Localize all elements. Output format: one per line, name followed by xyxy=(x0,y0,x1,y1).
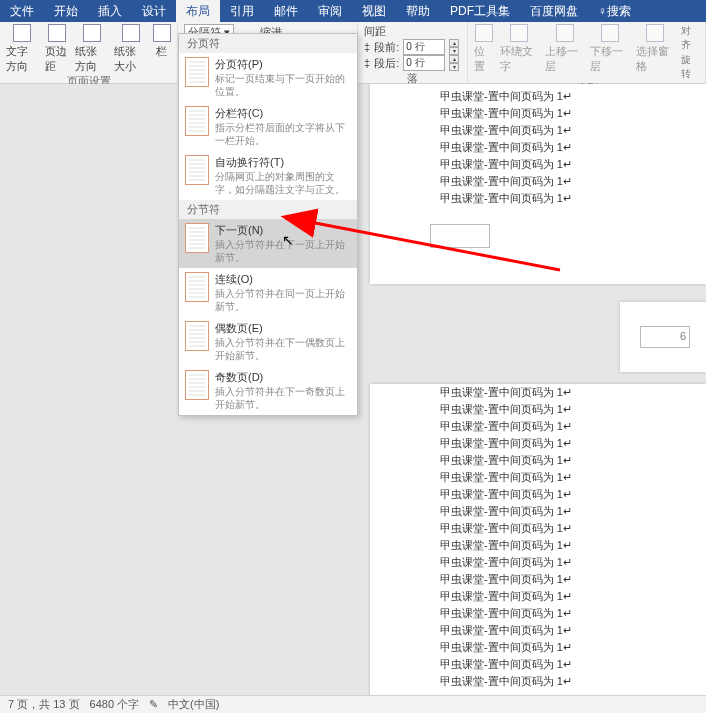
text-line: 甲虫课堂-置中间页码为 1↵ xyxy=(370,571,706,588)
even-page-break-item[interactable]: 偶数页(E)插入分节符并在下一偶数页上开始新节。 xyxy=(179,317,357,366)
text-line: 甲虫课堂-置中间页码为 1↵ xyxy=(370,452,706,469)
text-line: 甲虫课堂-置中间页码为 1↵ xyxy=(370,156,706,173)
margins-icon xyxy=(48,24,66,42)
orientation-button[interactable]: 纸张方向 xyxy=(75,24,108,74)
wrap-text-button: 环绕文字 xyxy=(500,24,539,81)
tab-insert[interactable]: 插入 xyxy=(88,0,132,22)
breaks-dropdown: 分页符 分页符(P)标记一页结束与下一页开始的位置。 分栏符(C)指示分栏符后面… xyxy=(178,33,358,416)
text-wrap-break-item[interactable]: 自动换行符(T)分隔网页上的对象周围的文字，如分隔题注文字与正文。 xyxy=(179,151,357,200)
selection-pane-icon xyxy=(646,24,664,42)
spellcheck-icon[interactable]: ✎ xyxy=(149,698,158,711)
tab-home[interactable]: 开始 xyxy=(44,0,88,22)
next-page-break-item[interactable]: 下一页(N)插入分节符并在下一页上开始新节。 xyxy=(179,219,357,268)
columns-button[interactable]: 栏 xyxy=(153,24,171,74)
odd-page-break-item[interactable]: 奇数页(D)插入分节符并在下一奇数页上开始新节。 xyxy=(179,366,357,415)
text-line: 甲虫课堂-置中间页码为 1↵ xyxy=(370,656,706,673)
text-line: 甲虫课堂-置中间页码为 1↵ xyxy=(370,122,706,139)
orientation-icon xyxy=(83,24,101,42)
document-page: 甲虫课堂-置中间页码为 1↵甲虫课堂-置中间页码为 1↵甲虫课堂-置中间页码为 … xyxy=(370,84,706,284)
text-line: 甲虫课堂-置中间页码为 1↵ xyxy=(370,503,706,520)
column-break-icon xyxy=(185,106,209,136)
tab-pdf[interactable]: PDF工具集 xyxy=(440,0,520,22)
text-line: 甲虫课堂-置中间页码为 1↵ xyxy=(370,384,706,401)
text-direction-icon xyxy=(13,24,31,42)
text-line: 甲虫课堂-置中间页码为 1↵ xyxy=(370,139,706,156)
position-button: 位置 xyxy=(474,24,494,81)
text-line: 甲虫课堂-置中间页码为 1↵ xyxy=(370,435,706,452)
up-down-icon: ‡ xyxy=(364,41,370,53)
text-line: 甲虫课堂-置中间页码为 1↵ xyxy=(370,173,706,190)
even-page-icon xyxy=(185,321,209,351)
text-line: 甲虫课堂-置中间页码为 1↵ xyxy=(370,418,706,435)
page-break-icon xyxy=(185,57,209,87)
spacing-after-spinner[interactable]: ▴▾ xyxy=(449,55,459,71)
spacing-label: 间距 xyxy=(364,24,461,39)
send-backward-button: 下移一层 xyxy=(590,24,629,81)
continuous-break-item[interactable]: 连续(O)插入分节符并在同一页上开始新节。 xyxy=(179,268,357,317)
rotate-button: 旋转 xyxy=(681,53,699,81)
spacing-before-spinner[interactable]: ▴▾ xyxy=(449,39,459,55)
status-bar: 7 页，共 13 页 6480 个字 ✎ 中文(中国) xyxy=(0,695,706,713)
page-number: 6 xyxy=(680,330,686,342)
banner-shape xyxy=(430,224,490,248)
column-break-item[interactable]: 分栏符(C)指示分栏符后面的文字将从下一栏开始。 xyxy=(179,102,357,151)
size-button[interactable]: 纸张大小 xyxy=(114,24,147,74)
text-direction-button[interactable]: 文字方向 xyxy=(6,24,39,74)
backward-icon xyxy=(601,24,619,42)
size-icon xyxy=(122,24,140,42)
text-wrap-icon xyxy=(185,155,209,185)
dropdown-section-page-breaks: 分页符 xyxy=(179,34,357,53)
text-line: 甲虫课堂-置中间页码为 1↵ xyxy=(370,554,706,571)
tab-bar: 文件 开始 插入 设计 布局 引用 邮件 审阅 视图 帮助 PDF工具集 百度网… xyxy=(0,0,706,22)
bring-forward-button: 上移一层 xyxy=(545,24,584,81)
selection-pane-button[interactable]: 选择窗格 xyxy=(636,24,675,81)
text-line: 甲虫课堂-置中间页码为 1↵ xyxy=(370,401,706,418)
search-box[interactable]: ♀搜索 xyxy=(588,0,641,22)
align-button: 对齐 xyxy=(681,24,699,52)
text-line: 甲虫课堂-置中间页码为 1↵ xyxy=(370,88,706,105)
spacing-before-field[interactable]: 0 行 xyxy=(403,39,445,55)
mouse-cursor-icon: ↖ xyxy=(282,232,294,248)
text-line: 甲虫课堂-置中间页码为 1↵ xyxy=(370,520,706,537)
text-line: 甲虫课堂-置中间页码为 1↵ xyxy=(370,605,706,622)
forward-icon xyxy=(556,24,574,42)
text-line: 甲虫课堂-置中间页码为 1↵ xyxy=(370,537,706,554)
text-line: 甲虫课堂-置中间页码为 1↵ xyxy=(370,673,706,690)
tab-baidu[interactable]: 百度网盘 xyxy=(520,0,588,22)
tab-references[interactable]: 引用 xyxy=(220,0,264,22)
position-icon xyxy=(475,24,493,42)
up-down-icon: ‡ xyxy=(364,57,370,69)
tab-review[interactable]: 审阅 xyxy=(308,0,352,22)
dropdown-section-section-breaks: 分节符 xyxy=(179,200,357,219)
tab-file[interactable]: 文件 xyxy=(0,0,44,22)
text-line: 甲虫课堂-置中间页码为 1↵ xyxy=(370,105,706,122)
text-line: 甲虫课堂-置中间页码为 1↵ xyxy=(370,588,706,605)
text-line: 甲虫课堂-置中间页码为 1↵ xyxy=(370,622,706,639)
tab-layout[interactable]: 布局 xyxy=(176,0,220,22)
tab-design[interactable]: 设计 xyxy=(132,0,176,22)
page-indicator[interactable]: 7 页，共 13 页 xyxy=(8,697,80,712)
columns-icon xyxy=(153,24,171,42)
next-page-icon xyxy=(185,223,209,253)
text-line: 甲虫课堂-置中间页码为 1↵ xyxy=(370,469,706,486)
odd-page-icon xyxy=(185,370,209,400)
tab-view[interactable]: 视图 xyxy=(352,0,396,22)
wrap-icon xyxy=(510,24,528,42)
text-line: 甲虫课堂-置中间页码为 1↵ xyxy=(370,486,706,503)
tab-help[interactable]: 帮助 xyxy=(396,0,440,22)
document-page: 6 xyxy=(620,302,706,372)
word-count[interactable]: 6480 个字 xyxy=(90,697,140,712)
document-page: 甲虫课堂-置中间页码为 1↵甲虫课堂-置中间页码为 1↵甲虫课堂-置中间页码为 … xyxy=(370,384,706,695)
margins-button[interactable]: 页边距 xyxy=(45,24,70,74)
text-line: 甲虫课堂-置中间页码为 1↵ xyxy=(370,190,706,207)
language-indicator[interactable]: 中文(中国) xyxy=(168,697,219,712)
page-break-item[interactable]: 分页符(P)标记一页结束与下一页开始的位置。 xyxy=(179,53,357,102)
text-line: 甲虫课堂-置中间页码为 1↵ xyxy=(370,639,706,656)
spacing-after-field[interactable]: 0 行 xyxy=(403,55,445,71)
tab-mailings[interactable]: 邮件 xyxy=(264,0,308,22)
continuous-icon xyxy=(185,272,209,302)
